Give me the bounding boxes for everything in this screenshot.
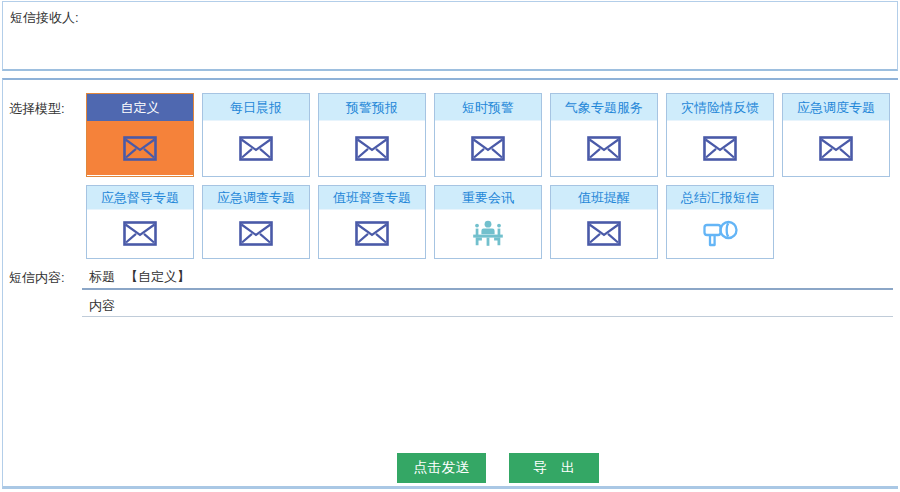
template-card[interactable]: 预警预报 — [318, 93, 426, 177]
envelope-icon — [87, 210, 193, 257]
template-card-title: 自定义 — [87, 94, 193, 121]
template-card[interactable]: 重要会讯 — [434, 185, 542, 259]
envelope-icon — [435, 121, 541, 175]
template-card[interactable]: 气象专题服务 — [550, 93, 658, 177]
content-label: 短信内容: — [9, 269, 65, 287]
template-card-title: 总结汇报短信 — [667, 186, 773, 210]
template-card-title: 短时预警 — [435, 94, 541, 121]
envelope-icon — [551, 121, 657, 175]
template-card-title: 重要会讯 — [435, 186, 541, 210]
recipients-panel: 短信接收人: — [2, 1, 898, 71]
recipients-input[interactable] — [87, 4, 893, 67]
envelope-icon — [667, 121, 773, 175]
envelope-icon — [203, 210, 309, 257]
template-card-title: 应急调度专题 — [783, 94, 889, 121]
template-card[interactable]: 值班提醒 — [550, 185, 658, 259]
template-grid-row-1: 自定义每日晨报预警预报短时预警气象专题服务灾情险情反馈应急调度专题 — [86, 93, 890, 177]
title-field-value: 【自定义】 — [125, 269, 190, 284]
template-card[interactable]: 应急督导专题 — [86, 185, 194, 259]
meeting-icon — [435, 210, 541, 257]
title-underline — [82, 288, 893, 290]
template-card-title: 每日晨报 — [203, 94, 309, 121]
content-underline — [82, 316, 893, 317]
template-card-title: 应急督导专题 — [87, 186, 193, 210]
recipients-label: 短信接收人: — [10, 9, 79, 27]
main-panel: 选择模型: 自定义每日晨报预警预报短时预警气象专题服务灾情险情反馈应急调度专题 … — [2, 78, 898, 489]
template-card[interactable]: 每日晨报 — [202, 93, 310, 177]
export-button[interactable]: 导 出 — [509, 453, 599, 483]
model-select-label: 选择模型: — [9, 100, 65, 118]
content-field[interactable]: 内容 — [89, 297, 115, 315]
megaphone-icon — [667, 210, 773, 257]
sms-send-page: 短信接收人: 选择模型: 自定义每日晨报预警预报短时预警气象专题服务灾情险情反馈… — [0, 0, 900, 492]
envelope-icon — [319, 121, 425, 175]
envelope-icon — [551, 210, 657, 257]
template-card[interactable]: 自定义 — [86, 93, 194, 177]
envelope-icon — [87, 121, 193, 175]
template-card-title: 预警预报 — [319, 94, 425, 121]
envelope-icon — [783, 121, 889, 175]
envelope-icon — [319, 210, 425, 257]
template-card-title: 值班提醒 — [551, 186, 657, 210]
template-card[interactable]: 短时预警 — [434, 93, 542, 177]
template-card[interactable]: 灾情险情反馈 — [666, 93, 774, 177]
title-field[interactable]: 标题【自定义】 — [89, 268, 190, 286]
template-card-title: 气象专题服务 — [551, 94, 657, 121]
title-field-label: 标题 — [89, 269, 115, 284]
template-card-title: 应急调查专题 — [203, 186, 309, 210]
template-grid-row-2: 应急督导专题应急调查专题值班督查专题重要会讯值班提醒总结汇报短信 — [86, 185, 774, 259]
template-card-title: 灾情险情反馈 — [667, 94, 773, 121]
template-card[interactable]: 应急调度专题 — [782, 93, 890, 177]
template-card[interactable]: 应急调查专题 — [202, 185, 310, 259]
template-card[interactable]: 值班督查专题 — [318, 185, 426, 259]
template-card-title: 值班督查专题 — [319, 186, 425, 210]
template-card[interactable]: 总结汇报短信 — [666, 185, 774, 259]
content-field-label: 内容 — [89, 298, 115, 313]
send-button[interactable]: 点击发送 — [397, 453, 486, 483]
envelope-icon — [203, 121, 309, 175]
